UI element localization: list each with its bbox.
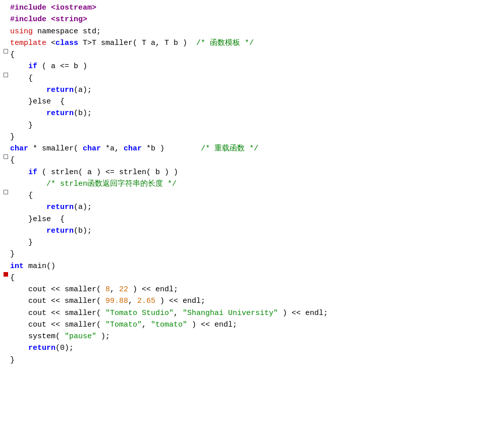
code-text: { xyxy=(10,190,502,201)
code-text: if ( strlen( a ) <= strlen( b ) ) xyxy=(10,167,502,178)
code-text: } xyxy=(10,131,502,143)
code-line: cout << smaller( "Tomato", "tomato" ) <<… xyxy=(0,319,504,331)
code-text: if ( a <= b ) xyxy=(10,61,502,72)
code-text: cout << smaller( 8, 22 ) << endl; xyxy=(10,284,502,295)
code-text: } xyxy=(10,248,502,260)
code-text: #include <string> xyxy=(10,14,502,25)
code-line: } xyxy=(0,248,504,260)
line-gutter xyxy=(2,190,9,194)
code-line: int main() xyxy=(0,260,504,272)
code-text: return(b); xyxy=(10,108,502,119)
code-line: return(a); xyxy=(0,84,504,96)
code-text: } xyxy=(10,237,502,248)
code-line: } xyxy=(0,120,504,131)
code-text: } xyxy=(10,354,502,366)
code-line: template <class T>T smaller( T a, T b ) … xyxy=(0,37,504,49)
code-line: }else { xyxy=(0,214,504,225)
code-line: return(0); xyxy=(0,342,504,354)
line-gutter xyxy=(2,272,9,277)
code-line: #include <string> xyxy=(0,14,504,25)
code-line: cout << smaller( "Tomato Studio", "Shang… xyxy=(0,307,504,319)
code-line: if ( strlen( a ) <= strlen( b ) ) xyxy=(0,167,504,178)
code-text: }else { xyxy=(10,96,502,108)
code-text: return(0); xyxy=(10,342,502,354)
code-text: return(a); xyxy=(10,84,502,96)
line-gutter xyxy=(2,49,9,54)
code-line: return(b); xyxy=(0,108,504,119)
code-line: system( "pause" ); xyxy=(0,331,504,342)
code-editor: #include <iostream>#include <string>usin… xyxy=(0,0,504,421)
code-text: { xyxy=(10,154,502,166)
code-line: } xyxy=(0,354,504,366)
code-text: /* strlen函数返回字符串的长度 */ xyxy=(10,178,502,190)
code-line: #include <iostream> xyxy=(0,2,504,14)
code-line: using namespace std; xyxy=(0,26,504,37)
code-text: }else { xyxy=(10,214,502,225)
code-line: { xyxy=(0,272,504,284)
code-text: return(b); xyxy=(10,225,502,237)
code-text: cout << smaller( "Tomato Studio", "Shang… xyxy=(10,307,502,319)
code-line: }else { xyxy=(0,96,504,108)
code-text: { xyxy=(10,73,502,84)
line-gutter xyxy=(2,73,9,77)
code-text: { xyxy=(10,49,502,61)
code-line: if ( a <= b ) xyxy=(0,61,504,72)
code-line: { xyxy=(0,190,504,201)
code-text: return(a); xyxy=(10,201,502,213)
code-text: char * smaller( char *a, char *b ) /* 重载… xyxy=(10,143,502,154)
code-text: system( "pause" ); xyxy=(10,331,502,342)
code-text: cout << smaller( "Tomato", "tomato" ) <<… xyxy=(10,319,502,331)
code-line: } xyxy=(0,131,504,143)
code-text: #include <iostream> xyxy=(10,2,502,14)
code-text: using namespace std; xyxy=(10,26,502,37)
code-text: cout << smaller( 99.88, 2.65 ) << endl; xyxy=(10,295,502,307)
code-text: } xyxy=(10,120,502,131)
code-line: return(a); xyxy=(0,201,504,213)
code-line: { xyxy=(0,49,504,61)
code-line: { xyxy=(0,154,504,166)
code-line: } xyxy=(0,237,504,248)
code-text: template <class T>T smaller( T a, T b ) … xyxy=(10,37,502,49)
code-line: return(b); xyxy=(0,225,504,237)
code-text: int main() xyxy=(10,260,502,272)
code-line: cout << smaller( 8, 22 ) << endl; xyxy=(0,284,504,295)
code-line: /* strlen函数返回字符串的长度 */ xyxy=(0,178,504,190)
code-text: { xyxy=(10,272,502,284)
code-line: cout << smaller( 99.88, 2.65 ) << endl; xyxy=(0,295,504,307)
code-line: char * smaller( char *a, char *b ) /* 重载… xyxy=(0,143,504,154)
line-gutter xyxy=(2,154,9,159)
code-line: { xyxy=(0,73,504,84)
